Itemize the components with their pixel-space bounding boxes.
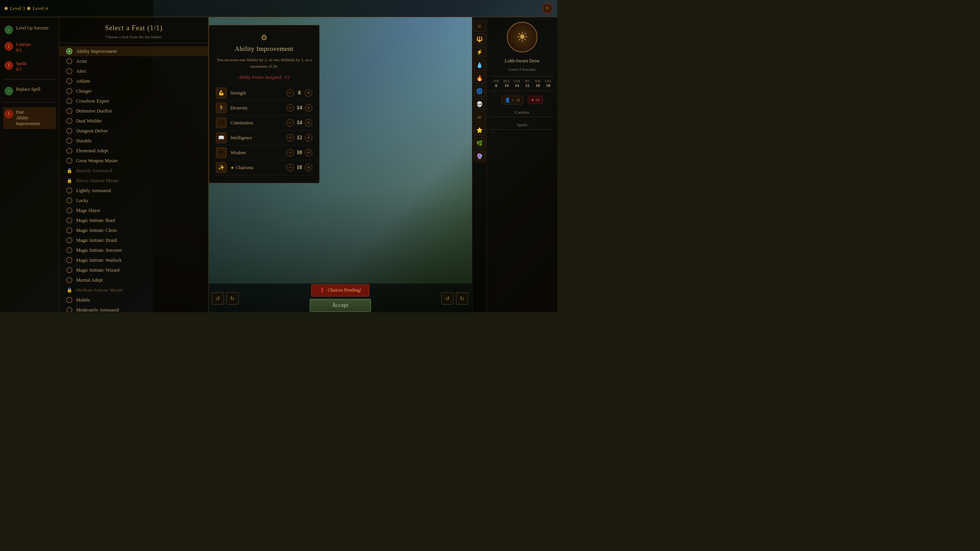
right-icon-wind[interactable]: 🌀 (474, 85, 485, 97)
level-dot-1 (5, 7, 8, 10)
right-icon-skull[interactable]: 💀 (474, 98, 485, 110)
feat-item-elemental-adept[interactable]: Elemental Adept (59, 146, 208, 156)
ability-value-dexterity: 14 (294, 105, 305, 111)
bottom-center-group: ❗ Choices Pending! Accept (310, 284, 371, 312)
lock-icon: 🔒 (66, 178, 72, 184)
feat-item-medium-armour-master[interactable]: 🔒Medium Armour Master (59, 285, 208, 295)
feat-item-charger[interactable]: Charger (59, 86, 208, 96)
feat-item-magic-initiate--sorcerer[interactable]: Magic Initiate: Sorcerer (59, 245, 208, 255)
right-icon-bolt[interactable]: ⚡ (474, 46, 485, 58)
ability-increase-dexterity[interactable]: + (305, 104, 312, 112)
feat-item-mage-slayer[interactable]: Mage Slayer (59, 205, 208, 215)
feat-item-ability-improvement[interactable]: Ability Improvement (59, 46, 208, 56)
right-icon-fire[interactable]: 🔥 (474, 72, 485, 84)
right-icon-orb[interactable]: 🔮 (474, 150, 485, 162)
sidebar-label-ability: Ability (16, 115, 40, 121)
progress-sidebar: ✓ Level Up Sorcerer ! Cantrips 0/1 ! Spe… (0, 17, 59, 312)
ability-decrease-intelligence[interactable]: − (286, 134, 294, 142)
right-icon-sword[interactable]: ⚔ (474, 20, 485, 32)
sidebar-item-feat[interactable]: ! Feat Ability Improvement (3, 107, 56, 129)
feat-item-moderately-armoured[interactable]: Moderately Armoured (59, 305, 208, 312)
ability-increase-intelligence[interactable]: + (305, 134, 312, 142)
exclaim-icon-spells: ! (5, 61, 13, 70)
spells-section-label: Spells (490, 120, 554, 130)
ability-increase-charisma[interactable]: + (305, 164, 312, 171)
feat-item-magic-initiate--wizard[interactable]: Magic Initiate: Wizard (59, 265, 208, 275)
right-icon-skull2[interactable]: ☠ (474, 111, 485, 123)
radio-unchecked (66, 277, 72, 283)
ability-increase-wisdom[interactable]: + (305, 149, 312, 156)
feat-name-label: Moderately Armoured (76, 307, 119, 313)
ability-decrease-constitution[interactable]: − (286, 119, 294, 127)
sidebar-item-replace-spell[interactable]: ✓ Replace Spell (3, 84, 56, 98)
close-button[interactable]: × (542, 3, 553, 14)
ability-decrease-wisdom[interactable]: − (286, 149, 294, 156)
radio-unchecked (66, 148, 72, 154)
feat-item-dual-wielder[interactable]: Dual Wielder (59, 116, 208, 126)
feat-item-great-weapon-master[interactable]: Great Weapon Master (59, 156, 208, 166)
nav-back-btn[interactable]: ↺ (212, 292, 224, 305)
feat-item-magic-initiate--bard[interactable]: Magic Initiate: Bard (59, 215, 208, 225)
feat-list-panel: Select a Feat (1/1) Choose a feat from t… (59, 17, 209, 312)
feat-item-lightly-armoured[interactable]: Lightly Armoured (59, 186, 208, 196)
nav-undo-btn[interactable]: ↺ (441, 292, 454, 305)
stat-label-con: CON (512, 80, 521, 83)
feat-item-magic-initiate--druid[interactable]: Magic Initiate: Druid (59, 235, 208, 245)
lock-icon: 🔒 (66, 168, 72, 174)
radio-unchecked (66, 297, 72, 303)
feat-name-label: Medium Armour Master (76, 287, 123, 293)
feat-name-label: Magic Initiate: Cleric (76, 228, 118, 233)
feat-item-defensive-duellist[interactable]: Defensive Duellist (59, 106, 208, 116)
ability-decrease-strength[interactable]: − (286, 89, 294, 97)
feat-list-scrollable[interactable]: Ability ImprovementActorAlertAthleteChar… (59, 43, 208, 312)
right-icon-star[interactable]: ⭐ (474, 124, 485, 136)
right-icon-trident[interactable]: 🔱 (474, 33, 485, 45)
sidebar-divider (3, 79, 56, 80)
right-icon-water[interactable]: 💧 (474, 59, 485, 71)
radio-unchecked (66, 197, 72, 204)
feat-item-actor[interactable]: Actor (59, 56, 208, 66)
ability-increase-constitution[interactable]: + (305, 119, 312, 127)
feat-item-martial-adept[interactable]: Martial Adept (59, 275, 208, 285)
radio-unchecked (66, 118, 72, 124)
ability-name-wisdom: Wisdom (230, 150, 286, 156)
feat-item-heavy-armour-master[interactable]: 🔒Heavy Armour Master (59, 176, 208, 186)
feat-name-label: Alert (76, 68, 86, 74)
feat-item-magic-initiate--cleric[interactable]: Magic Initiate: Cleric (59, 225, 208, 235)
ability-panel-icon: ⚙ (216, 33, 312, 42)
bottom-bar: ↺ ↻ ❗ Choices Pending! Accept ↺ ↻ (209, 284, 472, 312)
radio-unchecked (66, 58, 72, 64)
sidebar-item-cantrips[interactable]: ! Cantrips 0/1 (3, 39, 56, 55)
accept-button[interactable]: Accept (310, 299, 371, 312)
stat-value-dex: 14 (502, 83, 511, 88)
feat-name-label: Defensive Duellist (76, 108, 112, 114)
ability-row-dexterity: 🏃 Dexterity − 14 + (216, 101, 312, 116)
feat-item-heavily-armoured[interactable]: 🔒Heavily Armoured (59, 166, 208, 176)
character-stats-grid: STR8DEX14CON14INT12WIS10CHA18 (490, 76, 554, 91)
feat-name-label: Crossbow Expert (76, 98, 109, 104)
feat-item-durable[interactable]: Durable (59, 136, 208, 146)
sidebar-item-level-up[interactable]: ✓ Level Up Sorcerer (3, 23, 56, 36)
ability-increase-strength[interactable]: + (305, 89, 312, 97)
ability-icon-dexterity: 🏃 (216, 103, 227, 113)
stat-label-wis: WIS (533, 80, 542, 83)
right-icon-leaf[interactable]: 🌿 (474, 137, 485, 149)
feat-item-mobile[interactable]: Mobile (59, 295, 208, 305)
ability-decrease-charisma[interactable]: − (286, 164, 294, 171)
choices-pending-label: ❗ Choices Pending! (311, 284, 370, 297)
feat-item-lucky[interactable]: Lucky (59, 196, 208, 205)
radio-unchecked (66, 108, 72, 114)
feat-item-dungeon-delver[interactable]: Dungeon Delver (59, 126, 208, 136)
feat-item-magic-initiate--warlock[interactable]: Magic Initiate: Warlock (59, 255, 208, 265)
level-from-label: Level 3 (10, 5, 25, 11)
feat-name-label: Mobile (76, 297, 90, 303)
feat-item-athlete[interactable]: Athlete (59, 76, 208, 86)
sidebar-item-spells[interactable]: ! Spells 0/1 (3, 59, 56, 75)
nav-redo-btn[interactable]: ↻ (456, 292, 468, 305)
feat-name-label: Mage Slayer (76, 208, 101, 214)
radio-unchecked (66, 217, 72, 223)
feat-item-alert[interactable]: Alert (59, 66, 208, 76)
ability-decrease-dexterity[interactable]: − (286, 104, 294, 112)
nav-forward-btn-left[interactable]: ↻ (226, 292, 238, 305)
feat-item-crossbow-expert[interactable]: Crossbow Expert (59, 96, 208, 106)
